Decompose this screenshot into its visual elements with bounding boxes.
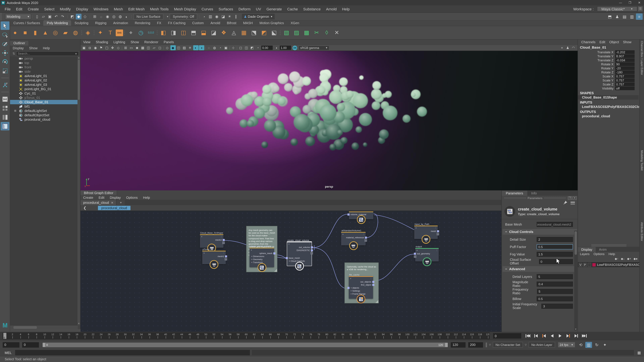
node-aistandardvolume1[interactable]: aiStandardVolume1▼⋮material_reference+: [341, 232, 366, 245]
outliner-vscrollbar[interactable]: ▲ ▼: [78, 56, 80, 325]
layer-editor-icon[interactable]: ≡: [636, 13, 643, 20]
character-icon[interactable]: ♟: [565, 45, 570, 50]
uv-cut-icon[interactable]: ✂: [312, 28, 321, 37]
snap-point-icon[interactable]: ◉: [105, 14, 110, 19]
input-port[interactable]: [348, 287, 350, 289]
outliner-hscrollbar[interactable]: [10, 325, 78, 329]
xgen-icon[interactable]: ✕: [332, 28, 342, 37]
isolate-select-icon[interactable]: ▣: [223, 45, 228, 50]
collapse-icon[interactable]: ▼: [288, 243, 290, 245]
outliner-item-defaultobjectset[interactable]: defaultObjectSet: [10, 113, 78, 117]
pause-viewport-icon[interactable]: ∥: [233, 14, 239, 19]
lights-icon[interactable]: ✳: [187, 45, 193, 50]
layer-row[interactable]: V P LowFBXASC032PolyFBXASC032C: [578, 262, 640, 267]
select-obj-icon[interactable]: ⊹: [230, 45, 236, 50]
shelf-tab-custom[interactable]: Custom: [189, 20, 207, 26]
layer-playback-toggle[interactable]: P: [583, 263, 587, 267]
output-port[interactable]: [372, 281, 374, 283]
poly-cylinder-icon[interactable]: ▮: [30, 28, 40, 37]
node-port-row[interactable]: out_objects: [349, 280, 373, 283]
menu-surfaces[interactable]: Surfaces: [216, 7, 236, 11]
color-management-toggle[interactable]: ON: [292, 45, 297, 50]
workspace-dropdown[interactable]: Maya Classic*▼: [597, 6, 637, 11]
node-create-cloud-volume[interactable]: create_cloud_volume▼⋮out_volumeDIAGNOSTI…: [287, 242, 312, 266]
bifrost-menu-options[interactable]: Options: [124, 196, 140, 199]
expand-icon[interactable]: ⊞: [14, 109, 16, 112]
node-graph-canvas[interactable]: Any mesh geometry can be used as the bas…: [80, 211, 502, 332]
platonic-solid-icon[interactable]: ◈: [83, 28, 92, 37]
command-input[interactable]: [15, 350, 250, 355]
uv-sew-icon[interactable]: ◊: [322, 28, 332, 37]
render-icon[interactable]: ◔: [201, 14, 207, 19]
open-scene-icon[interactable]: ▱: [40, 14, 46, 19]
layer-editor-tab-anim[interactable]: Anim: [596, 247, 610, 252]
lock-workspace-icon[interactable]: ⚿: [638, 6, 643, 11]
param-field-detail-size[interactable]: 2: [537, 237, 573, 242]
close-panel-button[interactable]: ✕: [572, 196, 576, 200]
script-editor-icon[interactable]: ▦: [636, 350, 642, 356]
gate-mask-icon[interactable]: ▩: [140, 45, 146, 50]
node-port-row[interactable]: DIAGNOSTIC: [287, 249, 312, 252]
bounding-box-icon[interactable]: ◫: [176, 45, 181, 50]
collapse-icon[interactable]: ▼: [203, 252, 205, 254]
channel-rotate-z[interactable]: Rotate Z-180: [578, 70, 639, 74]
outliner-item-aiarealight-03[interactable]: aiAreaLight_03: [10, 82, 78, 87]
channel-value-field[interactable]: 8.907: [615, 54, 634, 58]
anim-start-field[interactable]: 0: [3, 342, 20, 348]
channel-box-menu-edit[interactable]: Edit: [598, 40, 607, 44]
node-port-row[interactable]: + Geometry: [250, 258, 274, 261]
gamma-field[interactable]: 1.00: [280, 45, 291, 50]
center-pivot-icon[interactable]: 0,0,0: [146, 28, 156, 37]
anim-end-field[interactable]: 200: [468, 342, 483, 348]
anim-prefs-icon[interactable]: ✦: [602, 342, 608, 348]
construction-plane-icon[interactable]: ⌖: [126, 28, 136, 37]
scroll-up-icon[interactable]: ▲: [78, 56, 80, 59]
menu-mesh-tools[interactable]: Mesh Tools: [148, 7, 172, 11]
node-menu-icon[interactable]: ⋮: [220, 235, 222, 238]
add-output-port-button[interactable]: +: [225, 258, 227, 260]
delete-history-icon[interactable]: ◷: [136, 28, 146, 37]
field-chart-icon[interactable]: ◫: [146, 45, 151, 50]
ipr-render-icon[interactable]: ▥: [208, 14, 213, 19]
menu-arnold[interactable]: Arnold: [323, 7, 340, 11]
outliner-title[interactable]: Outliner: [10, 41, 29, 45]
node-menu-icon[interactable]: ⋮: [271, 249, 273, 251]
outliner-item-cyc-01[interactable]: Cyc_01: [10, 91, 78, 95]
channel-box-object-name[interactable]: Cloud_Base_01: [578, 44, 639, 50]
menu-select[interactable]: Select: [42, 7, 57, 11]
make-live-icon[interactable]: ◐: [124, 14, 130, 19]
play-forwards-button[interactable]: [556, 333, 564, 339]
lock-camera-icon[interactable]: ◘: [87, 45, 92, 50]
node-ptorus-01[interactable]: pTorus_01▼⋮mesh1+: [202, 251, 226, 264]
output-name[interactable]: procedural_cloud: [578, 114, 639, 118]
channel-box-menu-object[interactable]: Object: [607, 40, 621, 44]
bifrost-menu-display[interactable]: Display: [107, 196, 124, 199]
menu-mesh[interactable]: Mesh: [111, 7, 126, 11]
uv-layout-icon[interactable]: ▨: [292, 28, 301, 37]
node-create-mesh-sphere[interactable]: create_mesh_sphere▼⋮sphere_mesh+ Dimensi…: [250, 248, 274, 267]
layer-new-icon[interactable]: ◆+: [627, 257, 631, 260]
shelf-tab-fx[interactable]: FX: [154, 20, 165, 26]
channel-value-field[interactable]: 0.757: [615, 74, 634, 78]
parameters-drag-header[interactable]: Parameters ❐ ✕: [502, 196, 578, 200]
collapse-icon[interactable]: ▼: [350, 277, 352, 279]
live-surface-field[interactable]: No Live Surface: [134, 14, 163, 19]
bifrost-panel-title[interactable]: Bifrost Graph Editor: [80, 190, 117, 195]
camera-attrs-icon[interactable]: ◉: [93, 45, 98, 50]
new-tab-button[interactable]: +: [117, 200, 125, 205]
undo-icon[interactable]: ↶: [53, 14, 59, 19]
user-account-chip[interactable]: ♟ Dade Orgeron▼: [242, 14, 275, 19]
uv-editor-icon[interactable]: ▧: [282, 28, 291, 37]
menu-windows[interactable]: Windows: [91, 7, 111, 11]
node-menu-icon[interactable]: ⋮: [435, 227, 437, 229]
step-forward-key-button[interactable]: [564, 333, 572, 339]
viewport-menu-shading[interactable]: Shading: [93, 40, 111, 44]
menu-generate[interactable]: Generate: [264, 7, 284, 11]
playback-end-field[interactable]: 120: [451, 342, 466, 348]
outliner-search-input[interactable]: Search...▼: [16, 51, 79, 56]
node-wire[interactable]: [374, 215, 414, 230]
layout-outliner-persp[interactable]: [0, 122, 9, 130]
node-wire[interactable]: [374, 254, 414, 281]
section-advanced[interactable]: −Advanced: [502, 266, 577, 272]
outliner-menu-display[interactable]: Display: [10, 46, 26, 50]
